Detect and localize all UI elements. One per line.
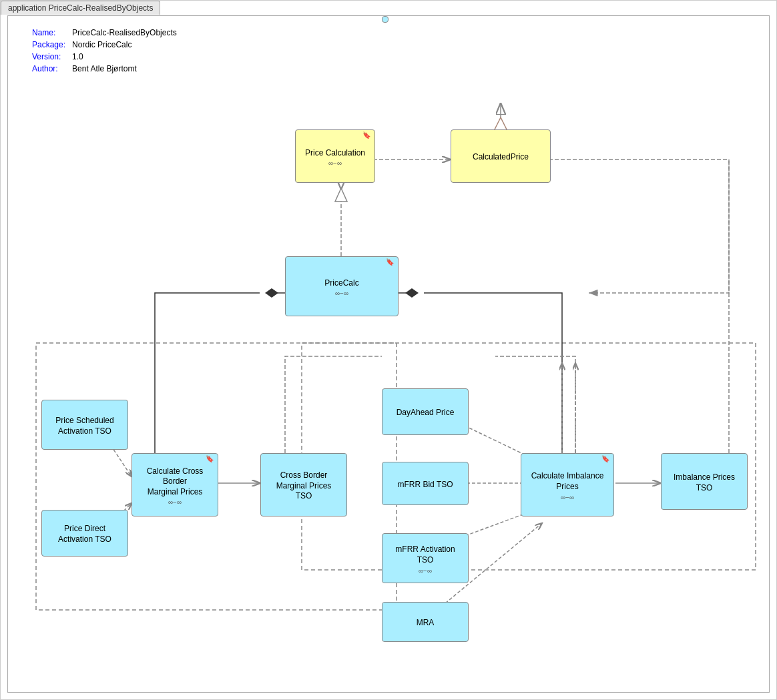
svg-marker-18 bbox=[494, 117, 507, 131]
imbalance-prices-label: Imbalance PricesTSO bbox=[674, 472, 735, 493]
pricecalc-box: 🔖 PriceCalc ∞−∞ bbox=[285, 256, 399, 316]
dayahead-price-label: DayAhead Price bbox=[397, 408, 455, 418]
diagram-tab: application PriceCalc-RealisedByObjects bbox=[1, 1, 160, 15]
pricecalc-footer: ∞−∞ bbox=[335, 290, 348, 297]
calc-imbalance-footer: ∞−∞ bbox=[561, 494, 574, 501]
mra-box: MRA bbox=[382, 602, 469, 642]
dayahead-price-box: DayAhead Price bbox=[382, 388, 469, 435]
mfrr-activation-footer: ∞−∞ bbox=[419, 567, 432, 575]
package-label: Package: bbox=[29, 39, 68, 50]
bookmark-icon-ci: 🔖 bbox=[601, 455, 609, 462]
imbalance-prices-box: Imbalance PricesTSO bbox=[661, 453, 748, 510]
price-direct-label: Price DirectActivation TSO bbox=[58, 524, 111, 545]
mfrr-activation-label: mFRR ActivationTSO bbox=[395, 545, 455, 565]
calc-cross-border-label: Calculate Cross BorderMarginal Prices bbox=[135, 466, 215, 498]
calculated-price-label: CalculatedPrice bbox=[473, 152, 529, 163]
price-calculation-label: Price Calculation bbox=[305, 148, 365, 159]
pricecalc-label: PriceCalc bbox=[324, 278, 358, 289]
mfrr-activation-box2: mFRR ActivationTSO ∞−∞ bbox=[382, 533, 469, 583]
mfrr-activation-box bbox=[382, 16, 388, 23]
calc-imbalance-box: 🔖 Calculate ImbalancePrices ∞−∞ bbox=[521, 453, 614, 516]
metadata-block: Name: PriceCalc-RealisedByObjects Packag… bbox=[28, 26, 181, 75]
price-scheduled-label: Price ScheduledActivation TSO bbox=[55, 416, 113, 436]
cross-border-marginal-label: Cross BorderMarginal PricesTSO bbox=[276, 470, 332, 502]
calc-cross-border-box: 🔖 Calculate Cross BorderMarginal Prices … bbox=[132, 453, 218, 516]
main-frame: Name: PriceCalc-RealisedByObjects Packag… bbox=[7, 15, 770, 693]
price-direct-box: Price DirectActivation TSO bbox=[41, 510, 128, 557]
price-scheduled-box: Price ScheduledActivation TSO bbox=[41, 400, 128, 450]
svg-marker-19 bbox=[265, 288, 278, 298]
version-label: Version: bbox=[29, 51, 68, 62]
version-value: 1.0 bbox=[69, 51, 180, 62]
bookmark-icon-ccb: 🔖 bbox=[206, 455, 214, 462]
package-value: Nordic PriceCalc bbox=[69, 39, 180, 50]
mfrr-bid-label: mFRR Bid TSO bbox=[397, 480, 453, 490]
name-value: PriceCalc-RealisedByObjects bbox=[69, 27, 180, 38]
mfrr-bid-box: mFRR Bid TSO bbox=[382, 462, 469, 505]
calculated-price-box: CalculatedPrice bbox=[451, 129, 551, 183]
price-calculation-box: 🔖 Price Calculation ∞−∞ bbox=[295, 129, 375, 183]
cross-border-marginal-box: Cross BorderMarginal PricesTSO bbox=[260, 453, 347, 516]
svg-marker-20 bbox=[405, 288, 419, 298]
calc-imbalance-label: Calculate ImbalancePrices bbox=[531, 471, 604, 492]
price-calculation-footer: ∞−∞ bbox=[328, 159, 342, 167]
author-label: Author: bbox=[29, 63, 68, 74]
bookmark-icon-prc: 🔖 bbox=[386, 258, 394, 266]
tab-label: application PriceCalc-RealisedByObjects bbox=[8, 3, 153, 13]
author-value: Bent Atle Bjørtomt bbox=[69, 63, 180, 74]
calc-cross-border-footer: ∞−∞ bbox=[168, 498, 182, 506]
bookmark-icon-pc: 🔖 bbox=[362, 131, 370, 139]
mra-label: MRA bbox=[417, 618, 435, 629]
connector-svg bbox=[8, 16, 769, 692]
diagram-container: application PriceCalc-RealisedByObjects … bbox=[0, 0, 777, 700]
svg-marker-17 bbox=[335, 188, 347, 202]
name-label: Name: bbox=[29, 27, 68, 38]
